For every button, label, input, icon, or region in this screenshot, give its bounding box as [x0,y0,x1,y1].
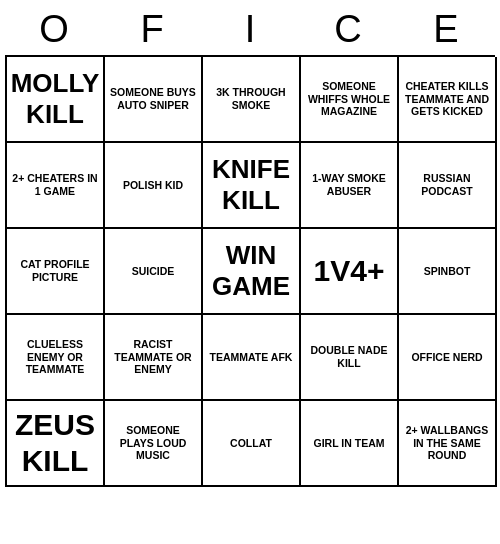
bingo-cell-23: GIRL IN TEAM [301,401,399,487]
bingo-cell-4: CHEATER KILLS TEAMMATE AND GETS KICKED [399,57,497,143]
bingo-cell-13: 1V4+ [301,229,399,315]
bingo-cell-20: ZEUS KILL [7,401,105,487]
bingo-cell-19: OFFICE NERD [399,315,497,401]
bingo-cell-24: 2+ WALLBANGS IN THE SAME ROUND [399,401,497,487]
bingo-cell-10: CAT PROFILE PICTURE [7,229,105,315]
header-letter-1: F [103,5,201,55]
bingo-cell-18: DOUBLE NADE KILL [301,315,399,401]
bingo-cell-22: COLLAT [203,401,301,487]
bingo-cell-21: SOMEONE PLAYS LOUD MUSIC [105,401,203,487]
bingo-cell-7: KNIFE KILL [203,143,301,229]
bingo-cell-6: POLISH KID [105,143,203,229]
bingo-cell-15: CLUELESS ENEMY OR TEAMMATE [7,315,105,401]
bingo-grid: MOLLY KILLSOMEONE BUYS AUTO SNIPER3K THR… [5,55,495,487]
header-letter-0: O [5,5,103,55]
bingo-card: OFICE MOLLY KILLSOMEONE BUYS AUTO SNIPER… [5,5,495,487]
bingo-cell-9: RUSSIAN PODCAST [399,143,497,229]
bingo-cell-3: SOMEONE WHIFFS WHOLE MAGAZINE [301,57,399,143]
header-letter-4: E [397,5,495,55]
header-row: OFICE [5,5,495,55]
header-letter-3: C [299,5,397,55]
bingo-cell-5: 2+ CHEATERS IN 1 GAME [7,143,105,229]
header-letter-2: I [201,5,299,55]
bingo-cell-2: 3K THROUGH SMOKE [203,57,301,143]
bingo-cell-12: WIN GAME [203,229,301,315]
bingo-cell-14: SPINBOT [399,229,497,315]
bingo-cell-11: SUICIDE [105,229,203,315]
bingo-cell-1: SOMEONE BUYS AUTO SNIPER [105,57,203,143]
bingo-cell-8: 1-WAY SMOKE ABUSER [301,143,399,229]
bingo-cell-0: MOLLY KILL [7,57,105,143]
bingo-cell-16: RACIST TEAMMATE OR ENEMY [105,315,203,401]
bingo-cell-17: TEAMMATE AFK [203,315,301,401]
